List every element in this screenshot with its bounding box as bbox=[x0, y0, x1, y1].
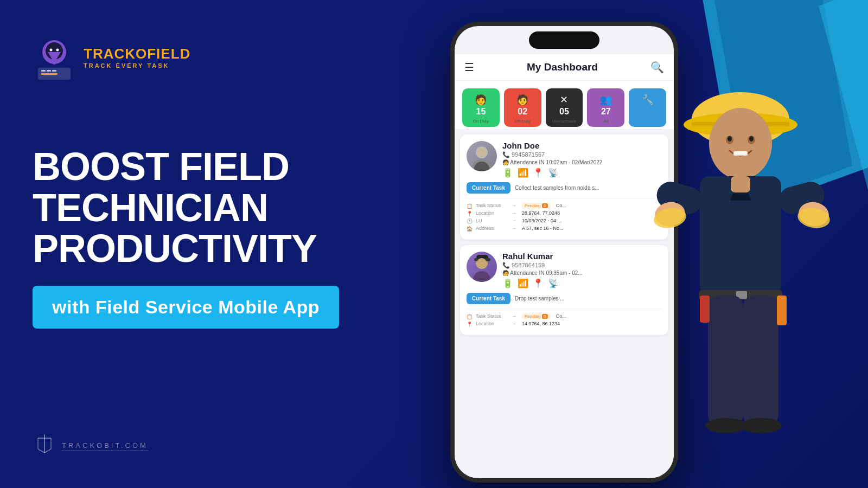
bottom-logo-text: TRACKOBIT.COM bbox=[62, 441, 148, 451]
logo-area: TRACKOFIELD TRACK EVERY TASK bbox=[33, 33, 477, 81]
bottom-logo-t: T bbox=[62, 441, 68, 450]
off-duty-label: Off Duty bbox=[515, 119, 531, 124]
logo-prefix: TRACKO bbox=[84, 46, 147, 62]
location-label: Location bbox=[476, 210, 508, 216]
svg-rect-46 bbox=[743, 296, 778, 426]
svg-rect-9 bbox=[52, 70, 56, 72]
rahul-task-status-icon: 📋 bbox=[467, 314, 473, 319]
rahul-wifi-icon: 📡 bbox=[548, 278, 559, 288]
status-card-on-duty[interactable]: 🧑 15 On Duty bbox=[462, 88, 500, 127]
svg-rect-48 bbox=[777, 296, 787, 325]
logo-suffix: FIELD bbox=[147, 46, 190, 62]
svg-point-50 bbox=[741, 418, 782, 433]
subtitle-box: with Field Service Mobile App bbox=[33, 286, 339, 329]
worker-figure bbox=[624, 54, 857, 488]
tagline-prefix: TRACK EVERY bbox=[84, 62, 147, 69]
headline-line1: BOOST FIELD bbox=[33, 146, 477, 188]
bottom-logo: TRACKOBIT.COM bbox=[33, 432, 148, 461]
rahul-location-icon: 📍 bbox=[533, 278, 544, 288]
svg-rect-7 bbox=[41, 70, 46, 72]
rahul-current-task-btn[interactable]: Current Task bbox=[467, 293, 510, 304]
status-card-all[interactable]: 👥 27 All bbox=[587, 88, 624, 127]
bottom-logo-rest: RACKOBIT.COM bbox=[68, 441, 148, 450]
rahul-location-value: 14.9764, 86.1234 bbox=[522, 321, 560, 326]
main-headline: BOOST FIELD TECHNICIAN PRODUCTIVITY bbox=[33, 146, 477, 269]
logo-text: TRACKOFIELD TRACK EVERY TASK bbox=[84, 46, 190, 69]
rahul-avatar bbox=[467, 252, 497, 282]
svg-rect-51 bbox=[731, 176, 750, 192]
address-icon: 🏠 bbox=[467, 226, 473, 232]
left-content: TRACKOFIELD TRACK EVERY TASK BOOST FIELD… bbox=[33, 33, 477, 361]
svg-point-21 bbox=[473, 271, 490, 282]
svg-point-33 bbox=[749, 136, 754, 142]
dashboard-title: My Dashboard bbox=[527, 61, 598, 73]
rahul-signal-icon: 📶 bbox=[518, 278, 528, 288]
headline-line2: TECHNICIAN PRODUCTIVITY bbox=[33, 188, 477, 269]
address-label: Address bbox=[476, 226, 508, 231]
tagline-suffix: TASK bbox=[147, 62, 169, 69]
status-card-unreachable[interactable]: ✕ 05 Unreachable bbox=[546, 88, 583, 127]
john-task-desc: Collect test samples from noida s... bbox=[515, 185, 599, 191]
menu-icon[interactable]: ☰ bbox=[464, 61, 474, 74]
logo-brand: TRACKOFIELD bbox=[84, 46, 190, 62]
logo-icon bbox=[33, 33, 76, 81]
john-avatar bbox=[467, 141, 497, 171]
lu-value: 10/03/2022 - 04:... bbox=[522, 218, 561, 223]
svg-line-16 bbox=[44, 449, 51, 453]
rahul-task-status-badge: Pending 0 bbox=[522, 313, 551, 319]
logo-tagline: TRACK EVERY TASK bbox=[84, 62, 190, 69]
task-status-badge: Pending 0 bbox=[522, 203, 551, 209]
off-duty-icon: 🧑 bbox=[516, 94, 528, 106]
all-label: All bbox=[603, 119, 608, 124]
svg-rect-34 bbox=[733, 151, 748, 156]
off-duty-count: 02 bbox=[518, 107, 527, 117]
location-value: 28.9764, 77.0248 bbox=[522, 210, 560, 216]
svg-point-32 bbox=[727, 136, 732, 142]
svg-point-49 bbox=[705, 418, 746, 433]
unreachable-label: Unreachable bbox=[552, 119, 576, 124]
task-status-icon: 📋 bbox=[467, 203, 473, 209]
all-count: 27 bbox=[601, 107, 611, 117]
phone-notch bbox=[529, 31, 599, 49]
on-duty-label: On Duty bbox=[473, 119, 489, 124]
svg-point-5 bbox=[53, 61, 56, 65]
svg-rect-45 bbox=[708, 296, 743, 426]
on-duty-count: 15 bbox=[476, 107, 486, 117]
location-detail-icon: 📍 bbox=[467, 211, 473, 216]
lu-icon: 🕐 bbox=[467, 219, 473, 224]
address-value: A 57, sec 16 - No... bbox=[522, 226, 564, 231]
bottom-logo-icon bbox=[33, 432, 56, 461]
subtitle-text: with Field Service Mobile App bbox=[52, 297, 320, 318]
battery-icon: 🔋 bbox=[502, 168, 513, 178]
rahul-task-desc: Drop test samples ... bbox=[515, 296, 565, 301]
unreachable-count: 05 bbox=[559, 107, 569, 117]
svg-point-25 bbox=[477, 258, 487, 268]
svg-point-3 bbox=[56, 49, 59, 52]
svg-point-19 bbox=[477, 147, 487, 157]
unreachable-icon: ✕ bbox=[560, 94, 568, 106]
task-status-label: Task Status bbox=[476, 203, 508, 208]
status-card-off-duty[interactable]: 🧑 02 Off Duty bbox=[504, 88, 541, 127]
rahul-location-label: Location bbox=[476, 321, 508, 326]
svg-point-29 bbox=[709, 108, 772, 179]
on-duty-icon: 🧑 bbox=[475, 94, 487, 106]
svg-rect-8 bbox=[47, 70, 51, 72]
signal-icon: 📶 bbox=[518, 168, 528, 178]
svg-line-15 bbox=[38, 449, 44, 453]
rahul-battery-icon: 🔋 bbox=[502, 278, 513, 288]
all-icon: 👥 bbox=[600, 94, 612, 106]
svg-point-2 bbox=[50, 49, 53, 52]
location-icon: 📍 bbox=[533, 168, 544, 178]
svg-rect-47 bbox=[700, 296, 710, 323]
svg-rect-10 bbox=[41, 73, 58, 75]
john-current-task-btn[interactable]: Current Task bbox=[467, 182, 510, 194]
rahul-location-icon-detail: 📍 bbox=[467, 322, 473, 327]
wifi-icon: 📡 bbox=[548, 168, 559, 178]
lu-label: LU bbox=[476, 218, 508, 223]
rahul-task-status-label: Task Status bbox=[476, 313, 508, 319]
